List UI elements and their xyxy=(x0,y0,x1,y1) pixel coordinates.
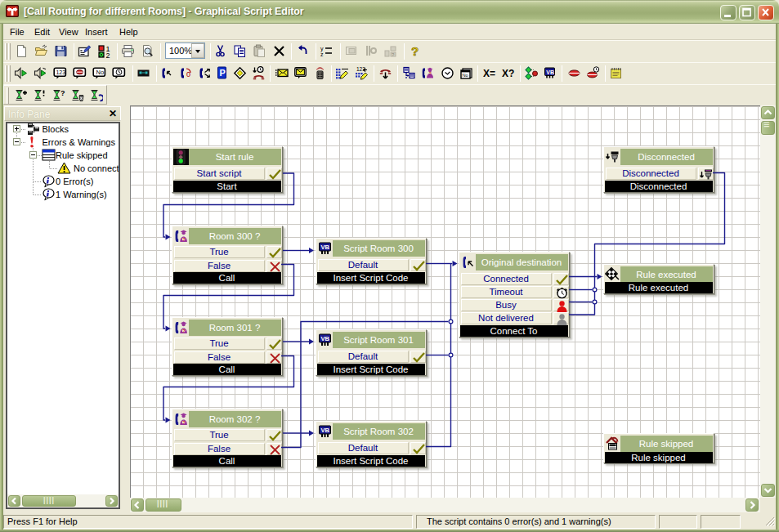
svg-text:0: 0 xyxy=(186,70,190,78)
svg-text:?: ? xyxy=(411,44,419,58)
svg-text:VB: VB xyxy=(546,69,554,75)
svg-text:?: ? xyxy=(60,89,65,97)
svg-text:No: No xyxy=(462,73,468,78)
svg-text:123: 123 xyxy=(356,66,365,72)
svg-text:VB: VB xyxy=(320,427,329,434)
svg-text:123: 123 xyxy=(56,69,65,75)
svg-text:X=: X= xyxy=(483,68,495,79)
svg-text:2: 2 xyxy=(106,51,110,59)
svg-text:z: z xyxy=(320,51,324,57)
svg-text:VB: VB xyxy=(320,244,329,251)
svg-text:No: No xyxy=(96,69,105,76)
svg-text:P: P xyxy=(220,68,226,78)
svg-text:X?: X? xyxy=(502,68,514,79)
svg-text:?: ? xyxy=(429,71,432,76)
svg-text:VB: VB xyxy=(320,335,329,342)
